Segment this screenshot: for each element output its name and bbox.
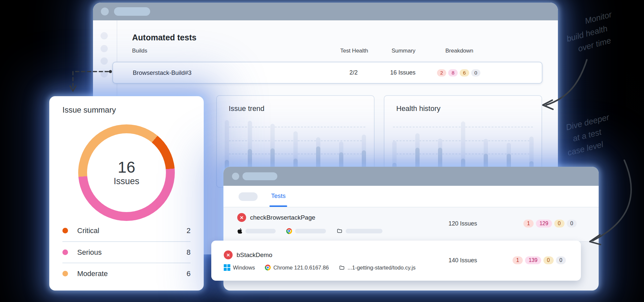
issue-summary-card: Issue summary 16 Issues Critical 2 Serio… bbox=[49, 96, 204, 291]
legend-value: 8 bbox=[187, 248, 191, 257]
table-row-build[interactable]: Browserstack-Build#3 2/2 16 Issues 2 8 6… bbox=[112, 62, 542, 84]
total-issues-label: Issues bbox=[114, 176, 139, 186]
card-title: Health history bbox=[396, 104, 441, 113]
legend-row-serious: Serious 8 bbox=[62, 241, 191, 263]
build-breakdown-badges: 2 8 6 0 bbox=[427, 69, 490, 76]
moderate-dot-icon bbox=[62, 271, 68, 276]
legend-value: 6 bbox=[187, 270, 191, 278]
sidebar-item-icon[interactable] bbox=[101, 57, 108, 65]
column-test-health: Test Health bbox=[330, 48, 379, 54]
os-placeholder-pill bbox=[245, 229, 276, 233]
card-title: Issue summary bbox=[62, 105, 116, 115]
tab-bar: Tests bbox=[223, 186, 599, 207]
legend-label: Moderate bbox=[77, 270, 187, 278]
build-summary: 16 Issues bbox=[378, 69, 427, 76]
tests-window: Tests checkBrowsertackPage 120 Issues 1 bbox=[223, 167, 599, 291]
browser-placeholder-pill bbox=[295, 229, 326, 233]
browser-label: Chrome 121.0.6167.86 bbox=[273, 265, 329, 271]
critical-dot-icon bbox=[62, 228, 68, 233]
build-name: Browserstack-Build#3 bbox=[113, 69, 329, 76]
critical-count-badge: 1 bbox=[523, 220, 534, 227]
spec-file-label: ...1-getting-started/todo.cy.js bbox=[348, 265, 416, 271]
tab-tests[interactable]: Tests bbox=[271, 192, 286, 200]
active-tab-underline bbox=[269, 205, 287, 207]
issues-count: 140 Issues bbox=[448, 257, 477, 264]
folder-icon bbox=[336, 228, 343, 234]
total-issues-value: 16 bbox=[118, 159, 135, 176]
breakdown-badges: 1 139 0 0 bbox=[513, 256, 566, 264]
column-breakdown: Breakdown bbox=[428, 48, 491, 54]
marketing-composite: Automated tests Builds Test Health Summa… bbox=[0, 0, 644, 302]
critical-count-badge: 1 bbox=[513, 256, 523, 264]
titlebar-placeholder-pill bbox=[242, 172, 277, 180]
window-control-circle-icon bbox=[101, 8, 109, 15]
file-placeholder-pill bbox=[346, 229, 382, 233]
column-summary: Summary bbox=[379, 48, 428, 54]
legend-label: Serious bbox=[77, 248, 187, 257]
legend-label: Critical bbox=[77, 226, 187, 235]
test-name: bStackDemo bbox=[237, 251, 272, 259]
serious-dot-icon bbox=[62, 249, 68, 255]
moderate-count-badge: 0 bbox=[543, 256, 554, 264]
annotation-dive-deeper: Dive deeper at a test case level bbox=[559, 111, 616, 159]
window-control-circle-icon bbox=[232, 173, 239, 180]
windows-icon bbox=[224, 264, 230, 271]
breakdown-badges: 1 129 0 0 bbox=[523, 220, 577, 227]
apple-icon bbox=[237, 228, 242, 234]
failed-status-icon bbox=[224, 250, 233, 259]
page-title: Automated tests bbox=[132, 33, 196, 42]
serious-count-badge: 129 bbox=[536, 220, 552, 227]
critical-count-badge: 2 bbox=[437, 69, 447, 76]
legend-value: 2 bbox=[187, 226, 191, 235]
moderate-count-badge: 0 bbox=[554, 220, 564, 227]
legend-row-critical: Critical 2 bbox=[62, 220, 191, 241]
tab-placeholder-pill[interactable] bbox=[239, 192, 258, 201]
titlebar-placeholder-pill bbox=[114, 7, 150, 16]
test-name: checkBrowsertackPage bbox=[250, 214, 315, 221]
minor-count-badge: 0 bbox=[556, 256, 566, 264]
moderate-count-badge: 6 bbox=[460, 69, 469, 76]
serious-count-badge: 8 bbox=[448, 69, 458, 76]
minor-count-badge: 0 bbox=[567, 220, 577, 227]
build-test-health: 2/2 bbox=[329, 69, 378, 76]
failed-status-icon bbox=[237, 213, 246, 222]
issues-count: 120 Issues bbox=[448, 220, 477, 227]
column-builds: Builds bbox=[112, 48, 330, 54]
sidebar-item-icon[interactable] bbox=[101, 32, 108, 39]
issue-summary-donut-chart: 16 Issues bbox=[78, 124, 175, 221]
window-titlebar bbox=[93, 3, 558, 20]
legend-row-moderate: Moderate 6 bbox=[62, 263, 191, 284]
sidebar-item-icon[interactable] bbox=[101, 45, 108, 52]
severity-legend: Critical 2 Serious 8 Moderate 6 bbox=[62, 220, 191, 284]
donut-center: 16 Issues bbox=[87, 133, 166, 212]
test-row-bstackdemo[interactable]: bStackDemo Windows Chrome 121.0.6167.86 … bbox=[211, 241, 581, 281]
minor-count-badge: 0 bbox=[471, 69, 481, 76]
serious-count-badge: 139 bbox=[525, 256, 541, 264]
test-row-checkbrowsertackpage[interactable]: checkBrowsertackPage 120 Issues 1 129 0 … bbox=[223, 207, 599, 242]
folder-icon bbox=[339, 265, 345, 270]
window-titlebar bbox=[223, 167, 599, 186]
card-title: Issue trend bbox=[229, 104, 264, 113]
os-label: Windows bbox=[233, 265, 255, 271]
chrome-icon bbox=[265, 265, 271, 270]
sidebar-item-icon[interactable] bbox=[101, 70, 108, 77]
annotation-monitor-build-health: Monitor build health over time bbox=[562, 8, 620, 57]
chrome-icon bbox=[286, 228, 292, 234]
table-header: Builds Test Health Summary Breakdown bbox=[112, 48, 542, 54]
